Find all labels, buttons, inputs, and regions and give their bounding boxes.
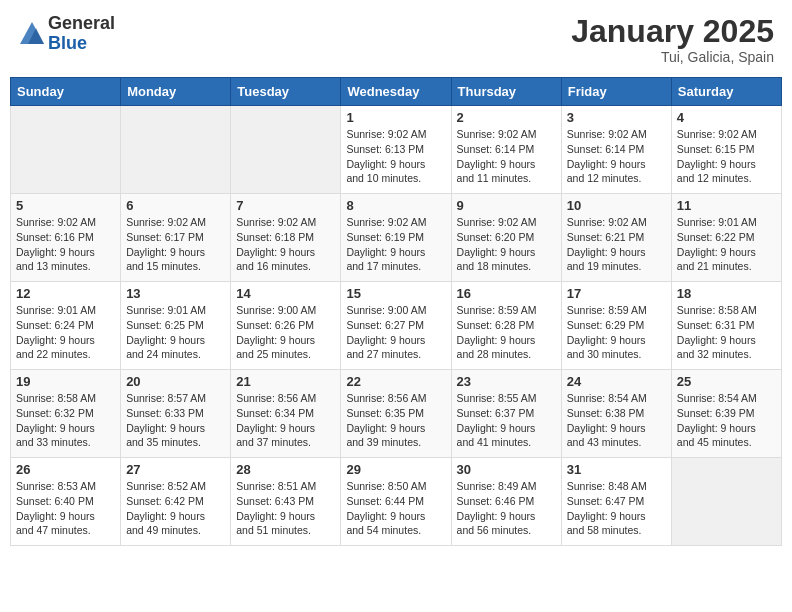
calendar-cell: 6Sunrise: 9:02 AM Sunset: 6:17 PM Daylig…	[121, 194, 231, 282]
day-number: 5	[16, 198, 115, 213]
calendar-week-row: 1Sunrise: 9:02 AM Sunset: 6:13 PM Daylig…	[11, 106, 782, 194]
month-title: January 2025	[571, 14, 774, 49]
calendar-cell: 14Sunrise: 9:00 AM Sunset: 6:26 PM Dayli…	[231, 282, 341, 370]
day-info: Sunrise: 8:59 AM Sunset: 6:29 PM Dayligh…	[567, 303, 666, 362]
day-number: 24	[567, 374, 666, 389]
day-number: 25	[677, 374, 776, 389]
calendar-cell: 9Sunrise: 9:02 AM Sunset: 6:20 PM Daylig…	[451, 194, 561, 282]
day-info: Sunrise: 9:02 AM Sunset: 6:16 PM Dayligh…	[16, 215, 115, 274]
day-number: 9	[457, 198, 556, 213]
day-info: Sunrise: 8:56 AM Sunset: 6:34 PM Dayligh…	[236, 391, 335, 450]
weekday-header-sunday: Sunday	[11, 78, 121, 106]
calendar-cell: 30Sunrise: 8:49 AM Sunset: 6:46 PM Dayli…	[451, 458, 561, 546]
day-info: Sunrise: 8:55 AM Sunset: 6:37 PM Dayligh…	[457, 391, 556, 450]
weekday-header-tuesday: Tuesday	[231, 78, 341, 106]
day-info: Sunrise: 9:02 AM Sunset: 6:18 PM Dayligh…	[236, 215, 335, 274]
day-number: 16	[457, 286, 556, 301]
day-number: 22	[346, 374, 445, 389]
day-number: 1	[346, 110, 445, 125]
weekday-header-thursday: Thursday	[451, 78, 561, 106]
calendar-cell	[11, 106, 121, 194]
day-number: 3	[567, 110, 666, 125]
day-number: 21	[236, 374, 335, 389]
calendar-cell: 20Sunrise: 8:57 AM Sunset: 6:33 PM Dayli…	[121, 370, 231, 458]
calendar-cell: 31Sunrise: 8:48 AM Sunset: 6:47 PM Dayli…	[561, 458, 671, 546]
calendar-cell: 24Sunrise: 8:54 AM Sunset: 6:38 PM Dayli…	[561, 370, 671, 458]
day-number: 31	[567, 462, 666, 477]
calendar-cell: 3Sunrise: 9:02 AM Sunset: 6:14 PM Daylig…	[561, 106, 671, 194]
calendar-week-row: 26Sunrise: 8:53 AM Sunset: 6:40 PM Dayli…	[11, 458, 782, 546]
logo-icon	[18, 20, 46, 48]
day-info: Sunrise: 9:01 AM Sunset: 6:24 PM Dayligh…	[16, 303, 115, 362]
calendar-cell: 11Sunrise: 9:01 AM Sunset: 6:22 PM Dayli…	[671, 194, 781, 282]
day-info: Sunrise: 8:54 AM Sunset: 6:38 PM Dayligh…	[567, 391, 666, 450]
day-info: Sunrise: 8:52 AM Sunset: 6:42 PM Dayligh…	[126, 479, 225, 538]
day-number: 23	[457, 374, 556, 389]
day-info: Sunrise: 8:48 AM Sunset: 6:47 PM Dayligh…	[567, 479, 666, 538]
day-number: 27	[126, 462, 225, 477]
day-number: 10	[567, 198, 666, 213]
calendar-cell: 27Sunrise: 8:52 AM Sunset: 6:42 PM Dayli…	[121, 458, 231, 546]
day-info: Sunrise: 9:00 AM Sunset: 6:26 PM Dayligh…	[236, 303, 335, 362]
day-number: 19	[16, 374, 115, 389]
calendar-cell: 16Sunrise: 8:59 AM Sunset: 6:28 PM Dayli…	[451, 282, 561, 370]
weekday-header-friday: Friday	[561, 78, 671, 106]
calendar-week-row: 19Sunrise: 8:58 AM Sunset: 6:32 PM Dayli…	[11, 370, 782, 458]
day-info: Sunrise: 8:50 AM Sunset: 6:44 PM Dayligh…	[346, 479, 445, 538]
calendar-cell: 2Sunrise: 9:02 AM Sunset: 6:14 PM Daylig…	[451, 106, 561, 194]
day-info: Sunrise: 9:02 AM Sunset: 6:14 PM Dayligh…	[457, 127, 556, 186]
day-info: Sunrise: 8:58 AM Sunset: 6:32 PM Dayligh…	[16, 391, 115, 450]
day-info: Sunrise: 9:00 AM Sunset: 6:27 PM Dayligh…	[346, 303, 445, 362]
calendar-cell: 29Sunrise: 8:50 AM Sunset: 6:44 PM Dayli…	[341, 458, 451, 546]
day-info: Sunrise: 8:57 AM Sunset: 6:33 PM Dayligh…	[126, 391, 225, 450]
calendar-cell: 28Sunrise: 8:51 AM Sunset: 6:43 PM Dayli…	[231, 458, 341, 546]
weekday-header-saturday: Saturday	[671, 78, 781, 106]
day-number: 4	[677, 110, 776, 125]
calendar-cell: 1Sunrise: 9:02 AM Sunset: 6:13 PM Daylig…	[341, 106, 451, 194]
day-info: Sunrise: 8:56 AM Sunset: 6:35 PM Dayligh…	[346, 391, 445, 450]
day-info: Sunrise: 8:59 AM Sunset: 6:28 PM Dayligh…	[457, 303, 556, 362]
day-number: 29	[346, 462, 445, 477]
calendar-cell: 10Sunrise: 9:02 AM Sunset: 6:21 PM Dayli…	[561, 194, 671, 282]
calendar-cell: 18Sunrise: 8:58 AM Sunset: 6:31 PM Dayli…	[671, 282, 781, 370]
day-info: Sunrise: 9:02 AM Sunset: 6:14 PM Dayligh…	[567, 127, 666, 186]
logo-general-text: General	[48, 14, 115, 34]
calendar-cell	[671, 458, 781, 546]
weekday-header-wednesday: Wednesday	[341, 78, 451, 106]
day-info: Sunrise: 8:53 AM Sunset: 6:40 PM Dayligh…	[16, 479, 115, 538]
day-number: 12	[16, 286, 115, 301]
day-number: 6	[126, 198, 225, 213]
title-block: January 2025 Tui, Galicia, Spain	[571, 14, 774, 65]
calendar-cell: 4Sunrise: 9:02 AM Sunset: 6:15 PM Daylig…	[671, 106, 781, 194]
day-number: 18	[677, 286, 776, 301]
calendar-cell: 12Sunrise: 9:01 AM Sunset: 6:24 PM Dayli…	[11, 282, 121, 370]
day-number: 13	[126, 286, 225, 301]
calendar-week-row: 5Sunrise: 9:02 AM Sunset: 6:16 PM Daylig…	[11, 194, 782, 282]
day-info: Sunrise: 8:49 AM Sunset: 6:46 PM Dayligh…	[457, 479, 556, 538]
calendar-cell	[231, 106, 341, 194]
calendar-table: SundayMondayTuesdayWednesdayThursdayFrid…	[10, 77, 782, 546]
day-number: 7	[236, 198, 335, 213]
weekday-header-row: SundayMondayTuesdayWednesdayThursdayFrid…	[11, 78, 782, 106]
logo-blue-text: Blue	[48, 34, 115, 54]
day-number: 30	[457, 462, 556, 477]
day-number: 11	[677, 198, 776, 213]
day-info: Sunrise: 9:02 AM Sunset: 6:17 PM Dayligh…	[126, 215, 225, 274]
day-info: Sunrise: 8:51 AM Sunset: 6:43 PM Dayligh…	[236, 479, 335, 538]
day-number: 20	[126, 374, 225, 389]
day-info: Sunrise: 9:02 AM Sunset: 6:13 PM Dayligh…	[346, 127, 445, 186]
calendar-cell	[121, 106, 231, 194]
calendar-cell: 5Sunrise: 9:02 AM Sunset: 6:16 PM Daylig…	[11, 194, 121, 282]
page-header: General Blue January 2025 Tui, Galicia, …	[10, 10, 782, 69]
calendar-cell: 7Sunrise: 9:02 AM Sunset: 6:18 PM Daylig…	[231, 194, 341, 282]
day-number: 28	[236, 462, 335, 477]
day-info: Sunrise: 9:02 AM Sunset: 6:20 PM Dayligh…	[457, 215, 556, 274]
calendar-cell: 13Sunrise: 9:01 AM Sunset: 6:25 PM Dayli…	[121, 282, 231, 370]
calendar-cell: 15Sunrise: 9:00 AM Sunset: 6:27 PM Dayli…	[341, 282, 451, 370]
calendar-cell: 22Sunrise: 8:56 AM Sunset: 6:35 PM Dayli…	[341, 370, 451, 458]
calendar-cell: 21Sunrise: 8:56 AM Sunset: 6:34 PM Dayli…	[231, 370, 341, 458]
day-number: 26	[16, 462, 115, 477]
day-info: Sunrise: 8:54 AM Sunset: 6:39 PM Dayligh…	[677, 391, 776, 450]
calendar-cell: 8Sunrise: 9:02 AM Sunset: 6:19 PM Daylig…	[341, 194, 451, 282]
day-info: Sunrise: 9:02 AM Sunset: 6:21 PM Dayligh…	[567, 215, 666, 274]
